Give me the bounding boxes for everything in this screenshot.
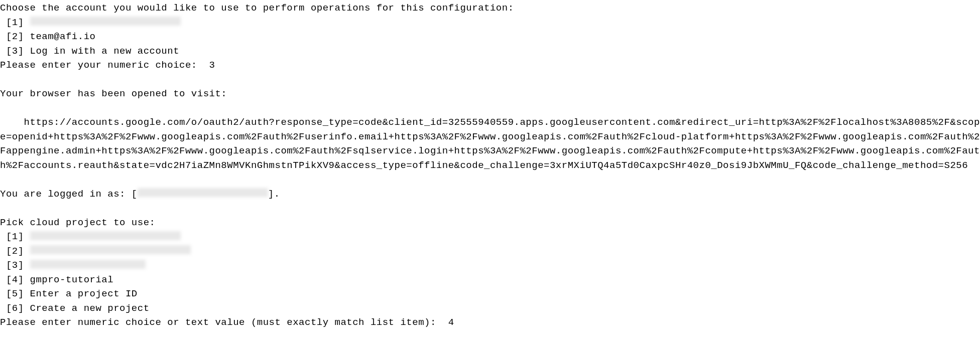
redacted-project bbox=[30, 231, 181, 240]
account-option-3: [3] Log in with a new account bbox=[0, 44, 980, 59]
oauth-url: https://accounts.google.com/o/oauth2/aut… bbox=[0, 115, 980, 172]
browser-opened-message: Your browser has been opened to visit: bbox=[0, 87, 980, 101]
project-option-3: [3] bbox=[0, 258, 980, 273]
redacted-project bbox=[30, 245, 191, 254]
account-option-2: [2] team@afi.io bbox=[0, 30, 980, 44]
choose-account-prompt: Choose the account you would like to use… bbox=[0, 1, 980, 16]
redacted-project bbox=[30, 260, 146, 269]
redacted-account bbox=[30, 17, 181, 26]
numeric-choice-input[interactable]: 3 bbox=[209, 60, 215, 71]
account-option-1: [1] bbox=[0, 16, 980, 30]
project-option-5: [5] Enter a project ID bbox=[0, 287, 980, 301]
project-option-1: [1] bbox=[0, 230, 980, 244]
project-option-2: [2] bbox=[0, 244, 980, 259]
blank-line bbox=[0, 101, 980, 116]
project-option-4: [4] gmpro-tutorial bbox=[0, 273, 980, 287]
project-choice-prompt: Please enter numeric choice or text valu… bbox=[0, 315, 980, 330]
blank-line bbox=[0, 73, 980, 87]
terminal-output: Choose the account you would like to use… bbox=[0, 0, 980, 345]
pick-project-prompt: Pick cloud project to use: bbox=[0, 216, 980, 230]
blank-line bbox=[0, 172, 980, 187]
numeric-choice-prompt: Please enter your numeric choice: 3 bbox=[0, 58, 980, 73]
project-choice-input[interactable]: 4 bbox=[448, 317, 454, 328]
redacted-user bbox=[138, 188, 268, 197]
blank-line bbox=[0, 201, 980, 216]
project-option-6: [6] Create a new project bbox=[0, 301, 980, 316]
logged-in-message: You are logged in as: []. bbox=[0, 187, 980, 202]
